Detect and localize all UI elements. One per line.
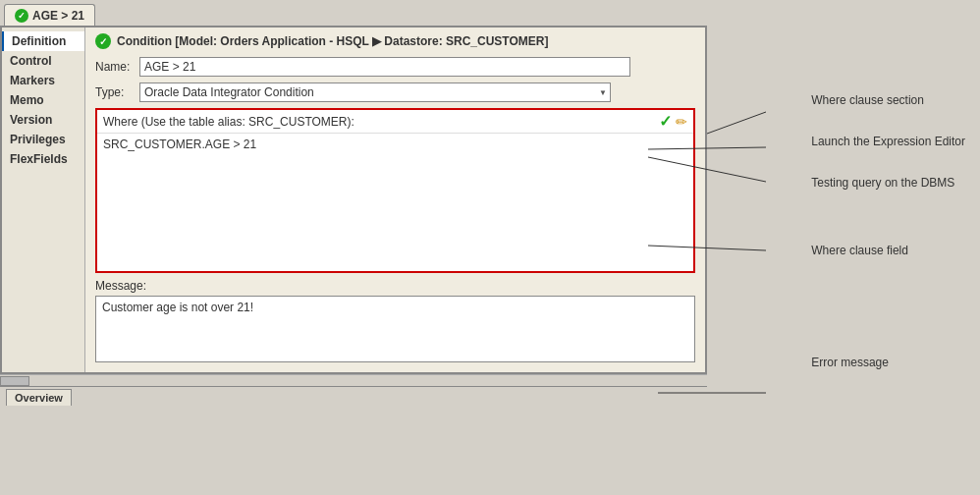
annotations-panel: Where clause section Launch the Expressi…: [811, 93, 965, 391]
sidebar-item-definition[interactable]: Definition: [2, 31, 84, 51]
pencil-icon[interactable]: ✏: [676, 114, 687, 130]
svg-line-0: [707, 112, 766, 134]
type-label: Type:: [95, 85, 139, 99]
where-icons: ✓ ✏: [659, 112, 687, 131]
type-select-wrapper: Oracle Data Integrator Condition Databas…: [139, 82, 611, 102]
annotation-error-message: Error message: [811, 356, 965, 369]
sidebar-item-privileges[interactable]: Privileges: [2, 130, 84, 149]
sidebar: Definition Control Markers Memo Version …: [2, 28, 85, 372]
annotation-testing-query: Testing query on the DBMS: [811, 176, 965, 190]
main-tab[interactable]: ✓ AGE > 21: [4, 4, 95, 26]
scroll-thumb[interactable]: [0, 376, 29, 386]
where-field[interactable]: SRC_CUSTOMER.AGE > 21: [97, 134, 693, 271]
message-value: Customer age is not over 21!: [102, 301, 253, 314]
where-header: Where (Use the table alias: SRC_CUSTOMER…: [97, 110, 693, 134]
type-row: Type: Oracle Data Integrator Condition D…: [95, 82, 695, 102]
name-input[interactable]: [139, 57, 630, 77]
title-icon: ✓: [95, 33, 111, 49]
where-label: Where (Use the table alias: SRC_CUSTOMER…: [103, 115, 354, 129]
message-label: Message:: [95, 279, 695, 293]
sidebar-item-control[interactable]: Control: [2, 51, 84, 71]
message-field[interactable]: Customer age is not over 21!: [95, 296, 695, 362]
annotation-where-clause-field: Where clause field: [811, 244, 965, 257]
tab-label: AGE > 21: [32, 9, 84, 23]
content-area: ✓ Condition [Model: Orders Application -…: [85, 28, 705, 372]
sidebar-item-markers[interactable]: Markers: [2, 71, 84, 90]
annotation-where-clause-section: Where clause section: [811, 93, 965, 107]
overview-tab[interactable]: Overview: [6, 389, 72, 406]
name-label: Name:: [95, 60, 139, 74]
name-row: Name:: [95, 57, 695, 77]
where-section: Where (Use the table alias: SRC_CUSTOMER…: [95, 108, 695, 273]
type-select[interactable]: Oracle Data Integrator Condition Databas…: [139, 82, 611, 102]
bottom-bar: Overview: [0, 386, 707, 408]
annotation-expression-editor: Launch the Expression Editor: [811, 135, 965, 148]
content-title: ✓ Condition [Model: Orders Application -…: [95, 33, 695, 49]
sidebar-item-memo[interactable]: Memo: [2, 90, 84, 110]
sidebar-item-flexfields[interactable]: FlexFields: [2, 149, 84, 169]
horizontal-scrollbar[interactable]: [0, 374, 707, 386]
check-icon[interactable]: ✓: [659, 112, 672, 131]
message-section: Message: Customer age is not over 21!: [95, 279, 695, 362]
sidebar-item-version[interactable]: Version: [2, 110, 84, 130]
tab-icon: ✓: [15, 9, 28, 23]
title-text: Condition [Model: Orders Application - H…: [117, 34, 548, 48]
where-value: SRC_CUSTOMER.AGE > 21: [103, 138, 256, 151]
